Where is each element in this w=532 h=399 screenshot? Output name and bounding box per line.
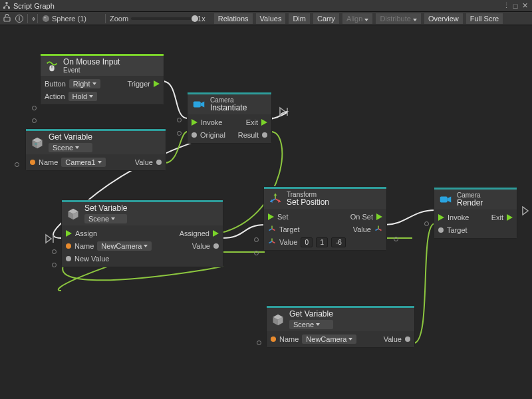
port-target-in[interactable] bbox=[438, 227, 444, 233]
port-assign-in[interactable] bbox=[66, 230, 72, 237]
label-trigger: Trigger bbox=[128, 80, 150, 88]
port-value-out[interactable] bbox=[156, 160, 162, 165]
port-exit-out[interactable] bbox=[261, 119, 267, 126]
port-result-out[interactable] bbox=[262, 132, 267, 138]
node-on-mouse-input[interactable]: On Mouse InputEvent Button Right Trigger… bbox=[40, 53, 164, 105]
tab-relations[interactable]: Relations bbox=[214, 13, 253, 24]
dropdown-scope[interactable]: Scene bbox=[84, 214, 127, 223]
node-instantiate[interactable]: CameraInstantiate InvokeExit OriginalRes… bbox=[187, 92, 272, 144]
label-invoke: Invoke bbox=[201, 118, 222, 126]
node-get-variable-1[interactable]: ‹› Get Variable Scene Name Camera1 Value bbox=[25, 128, 166, 171]
ext-port[interactable] bbox=[279, 106, 289, 120]
node-render[interactable]: CameraRender InvokeExit Target bbox=[434, 187, 517, 239]
label-name: Name bbox=[279, 335, 299, 343]
ext-port[interactable] bbox=[254, 237, 259, 242]
zoom-slider[interactable] bbox=[131, 17, 195, 20]
ext-port[interactable] bbox=[32, 106, 37, 110]
title-bar: Script Graph ⋮ □ ✕ bbox=[0, 0, 532, 12]
svg-line-20 bbox=[376, 229, 379, 231]
label-value: Value bbox=[192, 242, 210, 250]
label-name: Name bbox=[39, 158, 58, 166]
port-name-in[interactable] bbox=[271, 336, 276, 342]
info-icon[interactable]: i bbox=[15, 15, 23, 23]
ext-port[interactable] bbox=[32, 118, 37, 123]
close-icon[interactable]: ✕ bbox=[520, 1, 529, 10]
transform-icon bbox=[268, 192, 283, 206]
port-assigned-out[interactable] bbox=[213, 230, 219, 237]
svg-rect-2 bbox=[6, 2, 8, 4]
label-button: Button bbox=[45, 80, 66, 88]
tab-dim[interactable]: Dim bbox=[289, 13, 310, 24]
svg-line-23 bbox=[269, 241, 273, 243]
label-value2: Value bbox=[279, 238, 297, 246]
ext-port[interactable] bbox=[15, 162, 19, 167]
maximize-icon[interactable]: □ bbox=[511, 2, 520, 10]
ext-port[interactable] bbox=[522, 206, 530, 218]
transform-icon-small bbox=[268, 225, 276, 234]
node-set-position[interactable]: TransformSet Position SetOn Set TargetVa… bbox=[263, 186, 387, 251]
input-y[interactable]: 1 bbox=[316, 237, 328, 247]
dropdown-action[interactable]: Hold bbox=[68, 92, 98, 101]
svg-rect-24 bbox=[440, 197, 448, 203]
zoom-value: 1x bbox=[198, 15, 205, 23]
tab-overview[interactable]: Overview bbox=[424, 13, 463, 24]
label-target: Target bbox=[279, 225, 300, 233]
toolbar: i ‹› Sphere (1) Zoom 1x Relations Values… bbox=[0, 12, 532, 25]
port-invoke-in[interactable] bbox=[192, 119, 198, 126]
port-invoke-in[interactable] bbox=[438, 214, 444, 221]
sphere-icon bbox=[42, 15, 50, 23]
port-value-out[interactable] bbox=[405, 336, 410, 342]
port-value-out[interactable] bbox=[213, 243, 219, 249]
port-set-in[interactable] bbox=[268, 213, 274, 220]
port-name-in[interactable] bbox=[66, 243, 71, 249]
more-icon[interactable]: ⋮ bbox=[501, 1, 511, 10]
object-selector[interactable]: Sphere (1) bbox=[42, 15, 86, 23]
label-set: Set bbox=[277, 213, 289, 221]
tab-distribute[interactable]: Distribute bbox=[376, 13, 421, 24]
port-original-in[interactable] bbox=[192, 132, 197, 138]
port-name-in[interactable] bbox=[30, 160, 35, 165]
ext-port[interactable] bbox=[424, 221, 429, 226]
ext-port[interactable] bbox=[177, 131, 182, 136]
camera-icon bbox=[438, 192, 453, 207]
svg-rect-3 bbox=[4, 17, 10, 21]
label-target: Target bbox=[447, 226, 467, 234]
ext-port[interactable] bbox=[177, 118, 182, 122]
node-title: Set Variable bbox=[84, 204, 127, 213]
graph-canvas[interactable]: On Mouse InputEvent Button Right Trigger… bbox=[0, 25, 532, 399]
vector-icon-small bbox=[268, 237, 276, 247]
ext-port[interactable] bbox=[254, 251, 259, 255]
ext-port[interactable] bbox=[45, 233, 55, 247]
dropdown-name[interactable]: NewCamera bbox=[302, 334, 356, 344]
tab-align[interactable]: Align bbox=[342, 13, 373, 24]
input-z[interactable]: -6 bbox=[331, 237, 346, 247]
node-get-variable-2[interactable]: Get Variable Scene NameNewCameraValue bbox=[266, 305, 415, 348]
dropdown-name[interactable]: Camera1 bbox=[61, 158, 105, 167]
lock-icon[interactable] bbox=[1, 14, 13, 23]
breadcrumb-icon[interactable]: ‹› bbox=[32, 14, 33, 23]
ext-port[interactable] bbox=[257, 340, 261, 345]
tab-values[interactable]: Values bbox=[256, 13, 286, 24]
port-exit-out[interactable] bbox=[507, 214, 513, 221]
port-trigger-out[interactable] bbox=[154, 80, 160, 87]
ext-port[interactable] bbox=[52, 249, 57, 254]
tab-fullscreen[interactable]: Full Scre bbox=[466, 13, 503, 24]
node-title: Get Variable bbox=[49, 133, 92, 142]
dropdown-name[interactable]: NewCamera bbox=[97, 241, 152, 251]
label-name: Name bbox=[74, 242, 94, 250]
port-newvalue-in[interactable] bbox=[66, 256, 71, 261]
ext-port[interactable] bbox=[52, 263, 57, 267]
node-title: Render bbox=[457, 199, 483, 207]
node-set-variable[interactable]: Set Variable Scene AssignAssigned NameNe… bbox=[61, 200, 223, 267]
variable-icon: ‹› bbox=[30, 136, 45, 150]
port-onset-out[interactable] bbox=[376, 213, 382, 220]
svg-text:‹›: ‹› bbox=[35, 141, 38, 147]
dropdown-scope[interactable]: Scene bbox=[289, 320, 333, 329]
ext-port[interactable] bbox=[394, 237, 398, 241]
svg-line-17 bbox=[269, 229, 273, 231]
dropdown-button[interactable]: Right bbox=[69, 79, 100, 88]
tab-carry[interactable]: Carry bbox=[313, 13, 339, 24]
dropdown-scope[interactable]: Scene bbox=[49, 143, 92, 152]
zoom-label: Zoom bbox=[110, 15, 128, 23]
input-x[interactable]: 0 bbox=[301, 237, 313, 247]
